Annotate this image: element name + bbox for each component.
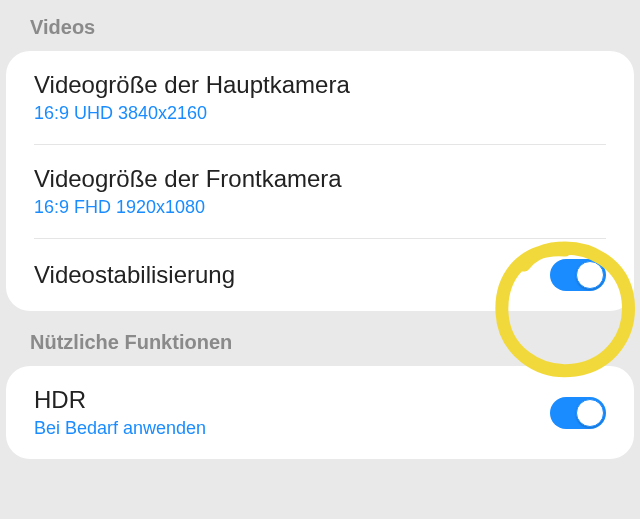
row-text: Videogröße der Hauptkamera 16:9 UHD 3840…: [34, 71, 350, 124]
row-front-video-size[interactable]: Videogröße der Frontkamera 16:9 FHD 1920…: [6, 145, 634, 238]
row-subtitle: 16:9 FHD 1920x1080: [34, 197, 342, 218]
row-title: Videogröße der Hauptkamera: [34, 71, 350, 99]
row-title: Videostabilisierung: [34, 261, 235, 289]
row-subtitle: Bei Bedarf anwenden: [34, 418, 206, 439]
row-text: HDR Bei Bedarf anwenden: [34, 386, 206, 439]
row-title: HDR: [34, 386, 206, 414]
toggle-knob: [576, 399, 604, 427]
row-rear-video-size[interactable]: Videogröße der Hauptkamera 16:9 UHD 3840…: [6, 51, 634, 144]
card-useful-functions: HDR Bei Bedarf anwenden: [6, 366, 634, 459]
row-subtitle: 16:9 UHD 3840x2160: [34, 103, 350, 124]
section-header-useful-functions: Nützliche Funktionen: [0, 315, 640, 366]
card-videos: Videogröße der Hauptkamera 16:9 UHD 3840…: [6, 51, 634, 311]
section-header-videos: Videos: [0, 0, 640, 51]
row-hdr[interactable]: HDR Bei Bedarf anwenden: [6, 366, 634, 459]
row-video-stabilization[interactable]: Videostabilisierung: [6, 239, 634, 311]
toggle-hdr[interactable]: [550, 397, 606, 429]
toggle-knob: [576, 261, 604, 289]
toggle-video-stabilization[interactable]: [550, 259, 606, 291]
row-text: Videostabilisierung: [34, 261, 235, 289]
row-text: Videogröße der Frontkamera 16:9 FHD 1920…: [34, 165, 342, 218]
row-title: Videogröße der Frontkamera: [34, 165, 342, 193]
